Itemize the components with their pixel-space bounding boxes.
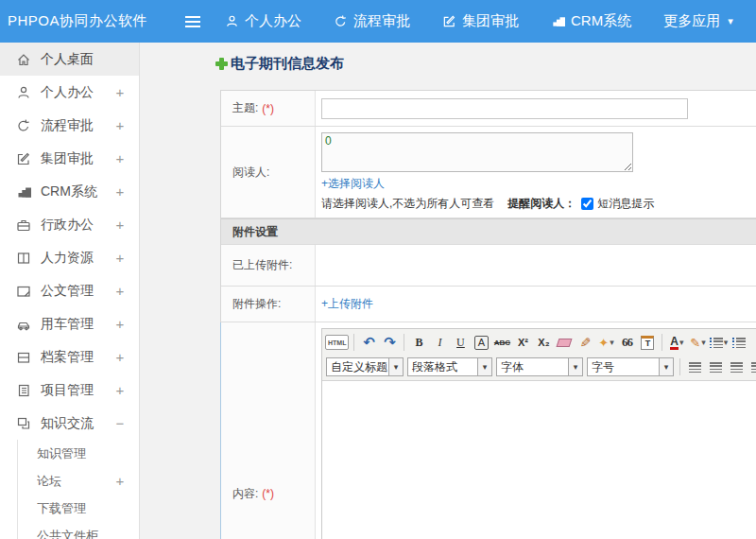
sidebar-subitem-download-management[interactable]: 下载管理 [18, 495, 139, 522]
sidebar-item-label: 集团审批 [41, 150, 114, 167]
expand-toggle[interactable]: − [114, 415, 126, 431]
content-label: 内容: [232, 486, 258, 502]
upload-attachment-link[interactable]: +上传附件 [321, 296, 756, 312]
sidebar-subitem-forum[interactable]: 论坛 + [18, 467, 139, 495]
readers-textarea[interactable]: 0 [321, 132, 633, 172]
sidebar-item-label: 公文管理 [41, 283, 114, 300]
attachment-section-title: 附件设置 [221, 219, 756, 244]
unordered-list-button[interactable] [730, 333, 748, 352]
select-readers-link[interactable]: +选择阅读人 [321, 176, 756, 192]
sidebar-item-label: 个人桌面 [41, 51, 114, 68]
font-color-button[interactable]: A▾ [667, 333, 686, 352]
sidebar-item-personal-desktop[interactable]: 个人桌面 [0, 43, 139, 76]
attachment-ops-row: 附件操作: +上传附件 [221, 287, 756, 322]
italic-button[interactable]: I [430, 333, 449, 352]
sidebar-subitem-knowledge-management[interactable]: 知识管理 [18, 440, 139, 467]
ordered-list-button[interactable]: ▾ [709, 333, 728, 352]
chevron-down-icon: ▾ [388, 358, 403, 375]
expand-toggle[interactable]: + [114, 150, 126, 166]
expand-toggle[interactable]: + [114, 349, 126, 365]
nav-label: 更多应用 [663, 12, 720, 30]
align-justify-icon[interactable] [747, 357, 756, 376]
expand-toggle[interactable]: + [114, 217, 126, 233]
remind-readers-label: 提醒阅读人： [507, 196, 576, 212]
nav-personal-office[interactable]: 个人办公 [225, 12, 301, 30]
chevron-down-icon: ▾ [701, 338, 706, 347]
sms-notify-checkbox[interactable] [581, 198, 593, 210]
content-editor-cell: HTML ↶ ↷ B I U A ABC X² [316, 322, 756, 539]
expand-toggle[interactable]: + [114, 183, 126, 200]
sidebar-item-knowledge-exchange[interactable]: 知识交流 − [0, 407, 139, 440]
readers-hint-line: 请选择阅读人,不选为所有人可查看 提醒阅读人： 短消息提示 [321, 196, 756, 212]
sidebar-item-label: 个人办公 [41, 84, 114, 101]
book-icon [16, 251, 31, 266]
subscript-button[interactable]: X₂ [534, 333, 553, 352]
chevron-down-icon: ▾ [659, 358, 673, 375]
autoformat-wand-icon[interactable]: ✦▾ [596, 333, 615, 352]
format-brush-icon[interactable]: ✎ [576, 333, 594, 352]
required-mark: (*) [262, 102, 274, 115]
sidebar-subitem-public-file-cabinet[interactable]: 公共文件柜 [18, 522, 139, 539]
sidebar-item-document-management[interactable]: 公文管理 + [0, 274, 139, 307]
green-plus-icon [215, 58, 228, 70]
sidebar-item-vehicle-management[interactable]: 用车管理 + [0, 307, 139, 340]
sidebar-item-label: 用车管理 [41, 316, 114, 333]
chevron-down-icon: ▾ [610, 338, 614, 347]
nav-label: CRM系统 [571, 12, 631, 30]
nav-crm-system[interactable]: CRM系统 [551, 12, 631, 30]
attach-op-label-cell: 附件操作: [221, 287, 316, 322]
top-nav: 个人办公 流程审批 集团审批 CRM系统 更多应用 ▾ [225, 12, 733, 30]
expand-toggle[interactable]: + [114, 473, 126, 489]
expand-toggle[interactable]: + [114, 250, 126, 266]
sidebar-item-personal-office[interactable]: 个人办公 + [0, 76, 139, 109]
blockquote-button[interactable]: 66 [617, 333, 636, 352]
content-row: 内容: (*) HTML ↶ ↷ B [220, 322, 756, 539]
sidebar-item-human-resources[interactable]: 人力资源 + [0, 241, 139, 274]
paste-as-text-icon[interactable]: T [638, 333, 657, 352]
sidebar-item-label: 人力资源 [41, 250, 114, 267]
font-style-button[interactable]: A [474, 336, 489, 350]
archive-icon [16, 350, 31, 365]
sidebar-item-project-management[interactable]: 项目管理 + [0, 374, 139, 407]
eraser-icon[interactable] [555, 333, 574, 352]
expand-toggle[interactable]: + [114, 117, 126, 133]
font-family-select[interactable]: 字体▾ [496, 357, 583, 376]
highlight-color-button[interactable]: ✎▾ [688, 333, 707, 352]
align-right-icon[interactable] [727, 357, 746, 376]
expand-toggle[interactable]: + [114, 382, 126, 398]
paragraph-format-select[interactable]: 段落格式▾ [407, 357, 492, 376]
uploaded-label: 已上传附件: [232, 257, 292, 273]
hamburger-menu-icon[interactable] [185, 16, 200, 27]
strikethrough-button[interactable]: ABC [492, 333, 511, 352]
custom-heading-select[interactable]: 自定义标题▾ [326, 357, 404, 376]
sidebar-subitem-label: 论坛 [37, 473, 114, 490]
main-content: 电子期刊信息发布 主题: (*) 阅读人: 0 +选择阅读人 [141, 43, 756, 539]
sidebar-item-crm-system[interactable]: CRM系统 + [0, 175, 139, 208]
redo-icon[interactable]: ↷ [380, 333, 399, 352]
sidebar-item-archive-management[interactable]: 档案管理 + [0, 340, 139, 374]
expand-toggle[interactable]: + [114, 316, 126, 332]
chevron-down-icon: ▾ [679, 338, 684, 347]
sidebar-item-group-approval[interactable]: 集团审批 + [0, 142, 139, 175]
sidebar-item-label: CRM系统 [41, 183, 114, 200]
nav-workflow-approval[interactable]: 流程审批 [334, 12, 410, 30]
expand-toggle[interactable]: + [114, 84, 126, 100]
font-size-select[interactable]: 字号▾ [587, 357, 674, 376]
align-left-icon[interactable] [685, 357, 704, 376]
bold-button[interactable]: B [409, 333, 428, 352]
sidebar-item-workflow-approval[interactable]: 流程审批 + [0, 109, 139, 142]
align-center-icon[interactable] [706, 357, 725, 376]
sidebar-item-admin-office[interactable]: 行政办公 + [0, 208, 139, 241]
sidebar-item-label: 档案管理 [41, 349, 114, 366]
html-source-button[interactable]: HTML [325, 335, 349, 350]
superscript-button[interactable]: X² [513, 333, 532, 352]
nav-more-apps[interactable]: 更多应用 ▾ [663, 12, 733, 30]
expand-toggle[interactable]: + [114, 283, 126, 299]
uploaded-content-cell [316, 245, 756, 286]
editor-content-area[interactable] [322, 381, 756, 539]
nav-group-approval[interactable]: 集团审批 [442, 12, 519, 30]
underline-button[interactable]: U [451, 333, 470, 352]
undo-icon[interactable]: ↶ [359, 333, 378, 352]
subject-input[interactable] [321, 98, 688, 119]
chevron-down-icon: ▾ [724, 338, 729, 347]
